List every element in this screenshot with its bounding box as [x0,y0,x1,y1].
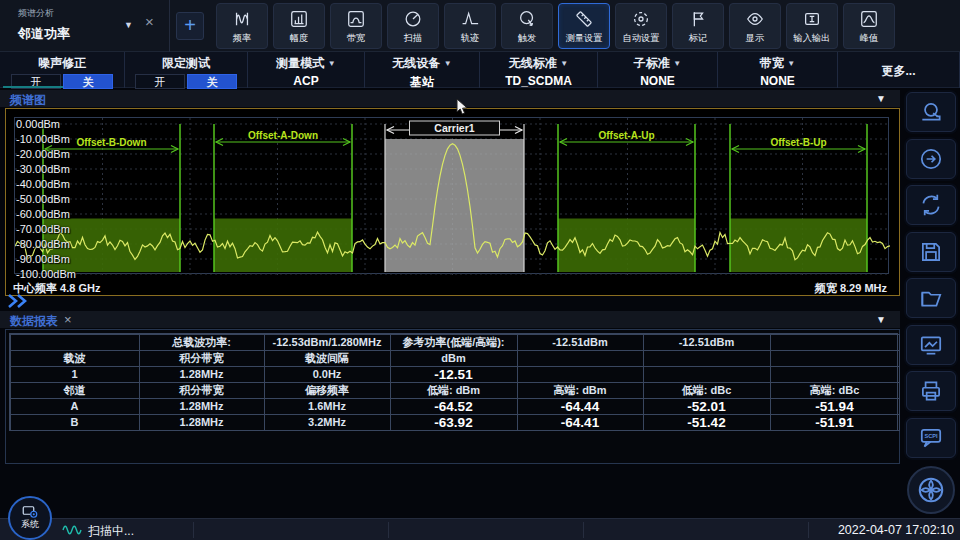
top-toolbar: 频谱分析 邻道功率 ▼ × + 频率 幅度 带宽 扫描 轨迹 触发 测量设置 [0,0,960,52]
sidebar-button-folder-open[interactable] [906,278,956,318]
spectrum-plot[interactable]: Offset-B-Down Offset-A-Down Carrier1 Off… [14,117,889,274]
report-cell: 1 [10,366,140,383]
toolbar-button-label: 输入输出 [794,31,831,44]
toolbar-button-marker[interactable]: 标记 [672,3,724,49]
toolbar-button-trigger[interactable]: 触发 [501,3,553,49]
toolbar-button-label: 自动设置 [623,31,660,44]
toolbar-button-trace[interactable]: 轨迹 [444,3,496,49]
toolbar-button-label: 测量设置 [566,31,603,44]
svg-text:Carrier1: Carrier1 [434,122,474,134]
close-icon[interactable]: × [145,13,154,30]
expand-chevrons-button[interactable] [6,293,32,309]
report-cell [643,366,771,383]
marker-icon [688,8,708,30]
report-cell [770,350,900,367]
nav-wheel-icon [916,475,946,505]
spectrum-section-header: 频谱图 ▼ [0,90,900,107]
system-icon [21,505,39,519]
report-cell: 高端: dBc [770,382,900,399]
spectrum-chart-svg: Offset-B-Down Offset-A-Down Carrier1 Off… [15,118,890,275]
toolbar-button-input-output[interactable]: 输入输出 [786,3,838,49]
trigger-icon [517,8,537,30]
report-cell: -12.51 [390,366,518,383]
toolbar-button-sweep[interactable]: 扫描 [387,3,439,49]
toolbar-button-label: 触发 [518,31,536,44]
toolbar-button-peak[interactable]: 峰值 [843,3,895,49]
more-button[interactable]: 更多... [838,63,959,80]
toolbar-button-auto-setup[interactable]: 自动设置 [615,3,667,49]
sidebar-button-scpi[interactable]: SCPI [906,418,956,458]
toggle-off-button[interactable]: 关 [187,74,237,89]
double-chevron-icon [6,293,32,309]
data-report-table: 总载波功率:-12.53dBm/1.280MHz参考功率(低端/高端):-12.… [9,333,898,431]
report-cell: 低端: dBc [643,382,771,399]
report-cell: 积分带宽 [139,382,265,399]
report-section-header: 数据报表 × ▼ [0,311,900,328]
svg-text:Offset-A-Up: Offset-A-Up [598,130,654,141]
toolbar-button-frequency[interactable]: 频率 [216,3,268,49]
dropdown-label[interactable]: 无线设备 ▼ [365,55,479,72]
report-cell [770,334,900,351]
toggle-off-button[interactable]: 关 [63,74,113,89]
report-cell: 1.28MHz [139,366,265,383]
toolbar-button-label: 标记 [689,31,707,44]
dropdown-value: TD_SCDMA [480,74,597,88]
sidebar-button-single-sweep[interactable] [906,139,956,179]
report-cell: -52.01 [643,398,771,415]
add-measurement-button[interactable]: + [176,12,204,40]
toolbar-button-label: 幅度 [290,31,308,44]
report-cell: 低端: dBm [390,382,518,399]
measurement-tab[interactable]: 频谱分析 邻道功率 ▼ × [0,0,170,52]
report-cell: 总载波功率: [139,334,265,351]
system-button-label: 系统 [21,518,39,531]
toolbar-button-amplitude[interactable]: 幅度 [273,3,325,49]
dropdown-value: NONE [598,74,717,88]
measurement-title: 邻道功率 [18,25,70,43]
chevron-down-icon: ▼ [328,59,336,68]
sidebar-button-save[interactable] [906,232,956,272]
report-cell: -64.41 [517,414,644,431]
svg-text:Offset-B-Down: Offset-B-Down [77,137,147,148]
printer-icon [918,378,944,404]
spectrum-panel: Offset-B-Down Offset-A-Down Carrier1 Off… [5,108,900,296]
system-button[interactable]: 系统 [8,496,52,540]
toolbar-button-display[interactable]: 显示 [729,3,781,49]
toolbar-button-bandwidth[interactable]: 带宽 [330,3,382,49]
toolbar-button-measure-setup[interactable]: 测量设置 [558,3,610,49]
status-bar: 扫描中... 2022-04-07 17:02:10 [0,518,960,540]
report-cell: 1.28MHz [139,414,265,431]
toolbar-button-label: 显示 [746,31,764,44]
dropdown-label[interactable]: 测量模式 ▼ [248,55,364,72]
menu-dropdown-1: 测量模式 ▼ ACP [248,52,365,88]
sidebar-button-preset[interactable] [906,92,956,132]
dropdown-label[interactable]: 无线标准 ▼ [480,55,597,72]
dropdown-label[interactable]: 子标准 ▼ [598,55,717,72]
toggle-on-button[interactable]: 开 [135,74,185,89]
bandwidth-icon [346,8,366,30]
report-cell: 高端: dBm [517,382,644,399]
sidebar-button-printer[interactable] [906,371,956,411]
dropdown-label[interactable]: 带宽 ▼ [718,55,837,72]
peak-icon [859,8,879,30]
sidebar-button-refresh[interactable] [906,185,956,225]
input-output-icon [802,8,822,30]
svg-text:Offset-B-Up: Offset-B-Up [770,137,826,148]
svg-text:SCPI: SCPI [924,433,938,439]
collapse-chevron-icon[interactable]: ▼ [876,314,886,325]
chevron-down-icon[interactable]: ▼ [124,20,133,30]
report-close-icon[interactable]: × [64,312,72,327]
report-cell: 参考功率(低端/高端): [390,334,518,351]
nav-wheel-button[interactable] [907,466,955,514]
report-cell [643,350,771,367]
svg-text:Offset-A-Down: Offset-A-Down [248,130,318,141]
save-icon [918,239,944,265]
collapse-chevron-icon[interactable]: ▼ [876,93,886,104]
report-cell: -12.51dBm [517,334,644,351]
trace-icon [460,8,480,30]
app-window: 频谱分析 邻道功率 ▼ × + 频率 幅度 带宽 扫描 轨迹 触发 测量设置 [0,0,960,540]
sidebar-button-screenshot[interactable] [906,325,956,365]
report-cell: 偏移频率 [264,382,391,399]
preset-icon [918,99,944,125]
report-cell: 积分带宽 [139,350,265,367]
report-cell: -12.51dBm [643,334,771,351]
